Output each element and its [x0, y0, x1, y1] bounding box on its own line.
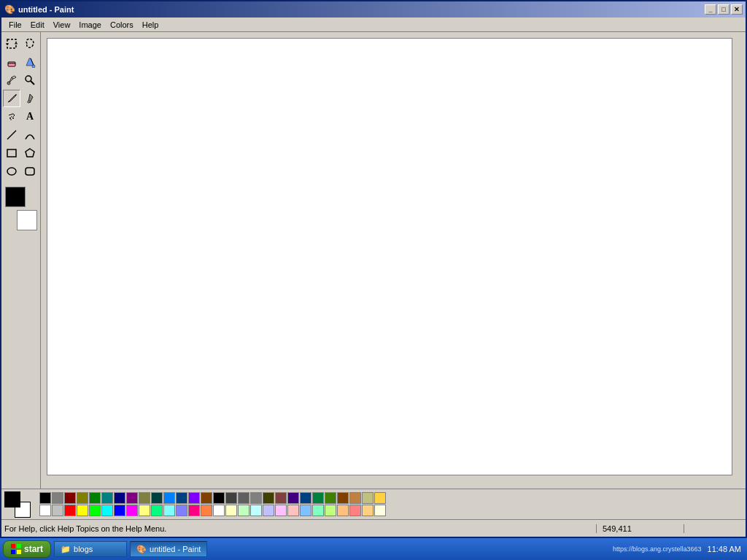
- start-button[interactable]: start: [3, 540, 51, 558]
- color-p20[interactable]: [275, 492, 287, 504]
- svg-rect-15: [7, 149, 16, 157]
- minimize-button[interactable]: _: [705, 4, 716, 15]
- svg-point-13: [10, 119, 12, 120]
- current-fg-color[interactable]: [4, 491, 20, 508]
- color-r28[interactable]: [374, 505, 386, 516]
- color-navy[interactable]: [114, 492, 125, 504]
- color-yellow[interactable]: [77, 505, 88, 516]
- tool-rect[interactable]: [3, 144, 20, 162]
- maximize-button[interactable]: □: [718, 4, 729, 15]
- color-blue[interactable]: [114, 505, 125, 516]
- menu-file[interactable]: File: [4, 19, 26, 31]
- tool-text[interactable]: A: [21, 108, 39, 125]
- svg-rect-3: [8, 62, 15, 66]
- color-p18[interactable]: [250, 492, 262, 504]
- color-p25[interactable]: [337, 492, 349, 504]
- tool-color-picker[interactable]: [3, 71, 20, 89]
- tool-polygon[interactable]: [21, 144, 39, 162]
- color-lime[interactable]: [89, 505, 101, 516]
- color-brown[interactable]: [201, 492, 212, 504]
- color-p22[interactable]: [300, 492, 311, 504]
- palette-colors-box: [39, 492, 386, 516]
- taskbar-blogs[interactable]: 📁 blogs: [54, 541, 127, 557]
- taskbar-paint[interactable]: 🎨 untitled - Paint: [130, 541, 207, 557]
- status-help-text: For Help, click Help Topics on the Help …: [4, 524, 597, 533]
- color-p24[interactable]: [325, 492, 336, 504]
- windows-logo-icon: [11, 544, 21, 554]
- color-light-cyan[interactable]: [163, 505, 175, 516]
- tool-ellipse[interactable]: [3, 163, 20, 180]
- color-p16[interactable]: [225, 492, 237, 504]
- color-p23[interactable]: [312, 492, 324, 504]
- color-white[interactable]: [39, 505, 51, 516]
- color-light-violet[interactable]: [176, 505, 187, 516]
- tool-eraser[interactable]: [3, 53, 20, 71]
- color-teal[interactable]: [101, 492, 113, 504]
- paint-canvas[interactable]: [47, 38, 732, 475]
- color-r17[interactable]: [238, 505, 249, 516]
- tool-select-free[interactable]: [21, 35, 39, 52]
- menu-view[interactable]: View: [49, 19, 75, 31]
- svg-point-10: [9, 117, 11, 119]
- color-black[interactable]: [39, 492, 51, 504]
- color-r25[interactable]: [337, 505, 349, 516]
- color-magenta[interactable]: [126, 505, 138, 516]
- color-r16[interactable]: [225, 505, 237, 516]
- svg-rect-18: [26, 168, 34, 175]
- color-hot-pink[interactable]: [188, 505, 200, 516]
- menu-help[interactable]: Help: [138, 19, 163, 31]
- color-p21[interactable]: [287, 492, 299, 504]
- background-color-box[interactable]: [17, 210, 37, 230]
- taskbar: start 📁 blogs 🎨 untitled - Paint https:/…: [0, 538, 747, 560]
- tool-fill[interactable]: [21, 53, 39, 71]
- color-gray[interactable]: [52, 492, 63, 504]
- color-p15[interactable]: [213, 492, 225, 504]
- color-p26[interactable]: [349, 492, 361, 504]
- color-green[interactable]: [89, 492, 101, 504]
- color-silver[interactable]: [52, 505, 63, 516]
- color-red[interactable]: [64, 505, 76, 516]
- close-button[interactable]: ✕: [731, 4, 743, 15]
- color-r26[interactable]: [349, 505, 361, 516]
- color-r23[interactable]: [312, 505, 324, 516]
- color-light-green[interactable]: [151, 505, 163, 516]
- tool-line[interactable]: [3, 126, 20, 144]
- taskbar-paint-label: untitled - Paint: [150, 545, 201, 553]
- color-light-blue[interactable]: [163, 492, 175, 504]
- tool-round-rect[interactable]: [21, 163, 39, 180]
- color-orange[interactable]: [201, 505, 212, 516]
- color-p17[interactable]: [238, 492, 249, 504]
- tool-select-rect[interactable]: [3, 35, 20, 52]
- svg-rect-22: [17, 550, 21, 554]
- color-r19[interactable]: [263, 505, 274, 516]
- color-p27[interactable]: [362, 492, 374, 504]
- color-r20[interactable]: [275, 505, 287, 516]
- color-p19[interactable]: [263, 492, 274, 504]
- color-r24[interactable]: [325, 505, 336, 516]
- color-dark-yellow[interactable]: [139, 492, 150, 504]
- color-p28[interactable]: [374, 492, 386, 504]
- color-r18[interactable]: [250, 505, 262, 516]
- menu-image[interactable]: Image: [74, 19, 106, 31]
- color-r27[interactable]: [362, 505, 374, 516]
- menu-colors[interactable]: Colors: [106, 19, 138, 31]
- color-r21[interactable]: [287, 505, 299, 516]
- color-light-yellow[interactable]: [139, 505, 150, 516]
- tool-brush[interactable]: [21, 90, 39, 107]
- svg-point-7: [26, 76, 31, 82]
- color-r22[interactable]: [300, 505, 311, 516]
- color-olive[interactable]: [77, 492, 88, 504]
- color-cyan[interactable]: [101, 505, 113, 516]
- color-dark-teal2[interactable]: [151, 492, 163, 504]
- tool-curve[interactable]: [21, 126, 39, 144]
- menu-edit[interactable]: Edit: [26, 19, 49, 31]
- color-purple[interactable]: [126, 492, 138, 504]
- tool-magnify[interactable]: [21, 71, 39, 89]
- foreground-color-box[interactable]: [5, 187, 26, 207]
- color-maroon[interactable]: [64, 492, 76, 504]
- color-r15[interactable]: [213, 505, 225, 516]
- color-dark-blue[interactable]: [176, 492, 187, 504]
- tool-airbrush[interactable]: [3, 108, 20, 125]
- color-violet[interactable]: [188, 492, 200, 504]
- tool-pencil[interactable]: [3, 90, 20, 107]
